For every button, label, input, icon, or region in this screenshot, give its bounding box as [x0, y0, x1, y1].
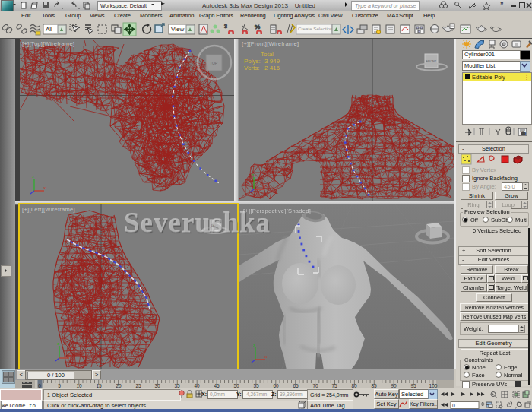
svg-text:5: 5: [58, 383, 61, 388]
svg-text:%: %: [255, 24, 260, 30]
svg-text:40: 40: [194, 383, 200, 388]
svg-text:45: 45: [214, 383, 220, 388]
svg-text:100: 100: [429, 383, 438, 388]
svg-text:Polys:: Polys:: [244, 58, 261, 65]
svg-text:db: db: [521, 131, 526, 135]
svg-text:30: 30: [154, 383, 160, 388]
svg-text:10: 10: [76, 383, 82, 388]
svg-text:z: z: [252, 173, 254, 177]
svg-text:80: 80: [351, 383, 357, 388]
svg-text:0: 0: [452, 403, 455, 408]
svg-text:2 416: 2 416: [264, 65, 280, 71]
svg-text:60: 60: [273, 383, 279, 388]
svg-text:65: 65: [293, 383, 299, 388]
svg-text:TOP: TOP: [210, 61, 218, 65]
svg-text:35: 35: [174, 383, 180, 388]
svg-text:x: x: [263, 184, 265, 189]
svg-text:95: 95: [410, 383, 416, 388]
svg-text:50: 50: [233, 383, 239, 388]
svg-text:z: z: [32, 174, 34, 179]
svg-text:0: 0: [38, 383, 41, 388]
svg-text:90: 90: [391, 383, 397, 388]
svg-text:20: 20: [116, 383, 122, 388]
svg-text:85: 85: [371, 383, 377, 388]
svg-text:”: ”: [500, 1, 504, 8]
svg-text:FRONT: FRONT: [426, 59, 437, 63]
svg-text:25: 25: [135, 383, 141, 388]
svg-text:Verts:: Verts:: [244, 65, 259, 71]
svg-text:All: All: [46, 26, 52, 33]
svg-text:Total: Total: [261, 51, 274, 58]
svg-text:3 949: 3 949: [264, 58, 280, 65]
svg-text:Create Selection S: Create Selection S: [298, 26, 337, 31]
svg-text:70: 70: [312, 383, 318, 388]
svg-text:z: z: [57, 341, 59, 346]
svg-text:55: 55: [253, 383, 259, 388]
svg-text:3: 3: [224, 24, 227, 29]
svg-text:75: 75: [331, 383, 337, 388]
svg-text:x: x: [68, 353, 71, 357]
svg-text:x: x: [43, 185, 46, 190]
svg-text:View: View: [171, 26, 184, 33]
svg-text:15: 15: [96, 383, 102, 388]
